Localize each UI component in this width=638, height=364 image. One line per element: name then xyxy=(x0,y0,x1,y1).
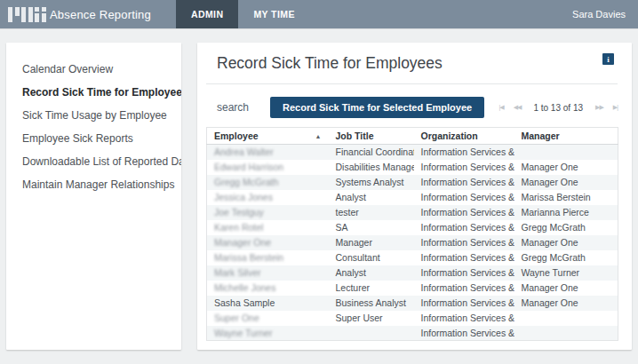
employee-name: Wayne Turner xyxy=(214,328,273,338)
sidebar-item[interactable]: Employee Sick Reports xyxy=(22,127,181,150)
cell-organization: Information Services & Technolc xyxy=(414,250,514,265)
cell-job-title: Analyst xyxy=(329,265,414,281)
cell-manager: Gregg McGrath xyxy=(514,220,618,235)
employee-name: Michelle Jones xyxy=(214,282,275,293)
cell-organization: Information Services & Technolc xyxy=(414,281,514,296)
column-header-job-title[interactable]: Job Title xyxy=(329,128,414,145)
pagination-status: 1 to 13 of 13 xyxy=(533,103,583,113)
cell-employee[interactable]: Manager One xyxy=(207,235,329,250)
cell-organization: Information Services & Technolc xyxy=(414,190,514,205)
cell-employee[interactable]: Joe Testguy xyxy=(207,205,329,220)
table-row[interactable]: Sasha Sample Business Analyst Informatio… xyxy=(207,296,618,311)
cell-job-title: Lecturer xyxy=(329,281,414,296)
employee-name: Andrea Walter xyxy=(214,146,274,157)
table-row[interactable]: Gregg McGrath Systems Analyst Informatio… xyxy=(207,175,618,190)
title-row: Record Sick Time for Employees i xyxy=(206,43,618,84)
cell-employee[interactable]: Gregg McGrath xyxy=(207,175,329,190)
cell-manager xyxy=(514,326,618,341)
cell-manager: Gregg McGrath xyxy=(514,250,618,265)
cell-organization: Information Services & Technolc xyxy=(414,326,514,341)
cell-employee[interactable]: Sasha Sample xyxy=(207,296,329,311)
cell-organization: Information Services & Technolc xyxy=(414,296,514,311)
column-header-employee[interactable]: Employee ▲ xyxy=(207,128,329,145)
cell-employee[interactable]: Marissa Berstein xyxy=(207,250,329,265)
cell-manager: Manager One xyxy=(514,235,618,250)
cell-employee[interactable]: Wayne Turner xyxy=(207,326,329,341)
cell-job-title xyxy=(329,326,414,341)
cell-organization: Information Services & Technolc xyxy=(414,235,514,250)
employee-name: Edward Harrison xyxy=(214,162,283,172)
tab-my-time[interactable]: MY TIME xyxy=(238,0,309,28)
employee-name: Joe Testguy xyxy=(214,207,264,218)
prev-page-icon[interactable]: ◀◀ xyxy=(514,104,522,111)
column-header-organization[interactable]: Organization xyxy=(414,128,514,145)
last-page-icon[interactable]: ▶| xyxy=(613,104,618,111)
cell-organization: Information Services & Technolc xyxy=(414,220,514,235)
cell-job-title: Super User xyxy=(329,311,414,326)
controls-row: search Record Sick Time for Selected Emp… xyxy=(206,97,618,118)
next-page-icon[interactable]: ▶▶ xyxy=(595,104,603,111)
tab-admin[interactable]: ADMIN xyxy=(176,0,238,28)
cell-manager: Marissa Berstein xyxy=(514,190,618,205)
pagination: |◀ ◀◀ 1 to 13 of 13 ▶▶ ▶| xyxy=(498,103,618,113)
cell-job-title: Analyst xyxy=(329,190,414,205)
cell-employee[interactable]: Jessica Jones xyxy=(207,190,329,205)
mit-logo[interactable] xyxy=(0,0,43,28)
cell-manager xyxy=(514,145,618,160)
first-page-icon[interactable]: |◀ xyxy=(498,104,503,111)
cell-employee[interactable]: Edward Harrison xyxy=(207,160,329,175)
table-row[interactable]: Joe Testguy tester Information Services … xyxy=(207,205,618,220)
sidebar-item[interactable]: Downloadable List of Reported Days xyxy=(22,150,181,173)
cell-job-title: Disabilities Manager xyxy=(329,160,414,175)
table-row[interactable]: Wayne Turner Information Services & Tech… xyxy=(207,326,618,341)
record-sick-time-button[interactable]: Record Sick Time for Selected Employee xyxy=(270,97,484,118)
employee-name: Karen Rotel xyxy=(214,222,263,233)
cell-manager: Manager One xyxy=(514,175,618,190)
table-row[interactable]: Manager One Manager Information Services… xyxy=(207,235,618,250)
info-icon[interactable]: i xyxy=(602,53,614,65)
table-row[interactable]: Marissa Berstein Consultant Information … xyxy=(207,250,618,265)
cell-employee[interactable]: Michelle Jones xyxy=(207,281,329,296)
cell-organization: Information Services & Technolc xyxy=(414,175,514,190)
table-row[interactable]: Andrea Walter Financial Coordinator Info… xyxy=(207,145,618,160)
cell-job-title: Business Analyst xyxy=(329,296,414,311)
search-link[interactable]: search xyxy=(217,101,249,114)
cell-job-title: tester xyxy=(329,205,414,220)
cell-manager: Manager One xyxy=(514,160,618,175)
cell-job-title: Consultant xyxy=(329,250,414,265)
sort-ascending-icon: ▲ xyxy=(315,133,322,139)
page-title: Record Sick Time for Employees xyxy=(217,54,618,73)
sidebar-item[interactable]: Maintain Manager Relationships xyxy=(22,173,181,196)
cell-employee[interactable]: Andrea Walter xyxy=(207,145,329,160)
cell-organization: Information Services & Technolc xyxy=(414,160,514,175)
cell-job-title: SA xyxy=(329,220,414,235)
cell-manager: Manager One xyxy=(514,281,618,296)
app-title: Absence Reporting xyxy=(43,0,176,28)
cell-employee[interactable]: Mark Silver xyxy=(207,265,329,281)
table-row[interactable]: Edward Harrison Disabilities Manager Inf… xyxy=(207,160,618,175)
table-row[interactable]: Jessica Jones Analyst Information Servic… xyxy=(207,190,618,205)
employee-name: Jessica Jones xyxy=(214,192,273,202)
employee-name: Mark Silver xyxy=(214,267,261,278)
cell-employee[interactable]: Karen Rotel xyxy=(207,220,329,235)
table-row[interactable]: Michelle Jones Lecturer Information Serv… xyxy=(207,281,618,296)
cell-organization: Information Services & Technolc xyxy=(414,205,514,220)
table-row[interactable]: Super One Super User Information Service… xyxy=(207,311,618,326)
sidebar-item[interactable]: Calendar Overview xyxy=(22,58,181,81)
table-row[interactable]: Mark Silver Analyst Information Services… xyxy=(207,265,618,281)
column-header-manager[interactable]: Manager xyxy=(514,128,618,145)
sidebar-item[interactable]: Record Sick Time for Employees xyxy=(22,81,181,104)
cell-organization: Information Services & Technolc xyxy=(414,145,514,160)
employee-name: Gregg McGrath xyxy=(214,177,278,187)
cell-manager xyxy=(514,311,618,326)
employee-name: Marissa Berstein xyxy=(214,252,283,263)
cell-job-title: Manager xyxy=(329,235,414,250)
sidebar-item[interactable]: Sick Time Usage by Employee xyxy=(22,104,181,127)
employee-table: Employee ▲ Job Title Organization Manage… xyxy=(206,127,618,341)
cell-employee[interactable]: Super One xyxy=(207,311,329,326)
user-name[interactable]: Sara Davies xyxy=(572,0,638,28)
table-header-row: Employee ▲ Job Title Organization Manage… xyxy=(207,128,618,145)
table-row[interactable]: Karen Rotel SA Information Services & Te… xyxy=(207,220,618,235)
main-panel: Record Sick Time for Employees i search … xyxy=(197,43,632,350)
cell-manager: Manager One xyxy=(514,296,618,311)
